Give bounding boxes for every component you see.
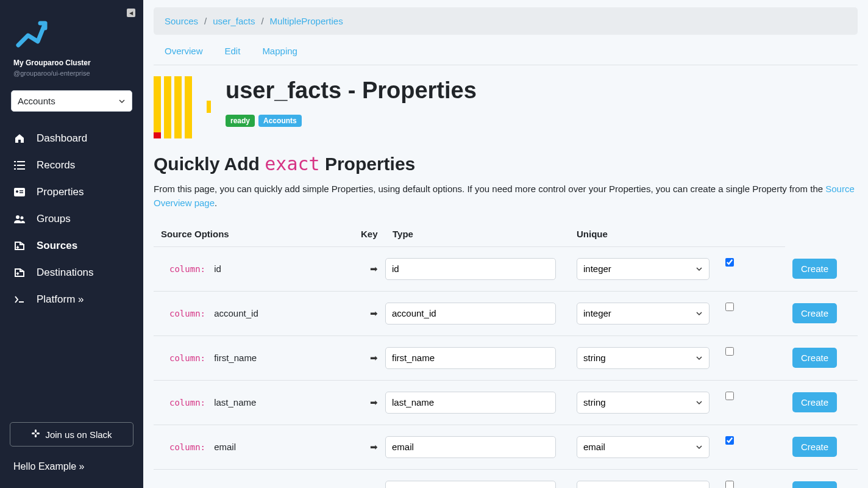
key-input[interactable] <box>385 258 556 280</box>
column-label: column: <box>161 353 205 363</box>
create-button[interactable]: Create <box>792 437 837 457</box>
user-greeting-link[interactable]: Hello Example » <box>0 456 143 488</box>
th-type: Type <box>385 221 569 247</box>
table-row: column: account_id➡integerCreate <box>154 291 858 336</box>
tab-overview[interactable]: Overview <box>165 46 203 56</box>
breadcrumb: Sources/user_facts/MultipleProperties <box>154 7 858 35</box>
arrow-right-icon: ➡ <box>370 397 378 407</box>
create-button[interactable]: Create <box>792 348 837 368</box>
column-name: first_name <box>214 353 257 363</box>
account-select[interactable]: Accounts <box>11 90 132 112</box>
column-label: column: <box>161 398 205 407</box>
table-row: column: first_name➡stringCreate <box>154 336 858 380</box>
sidebar-item-dashboard[interactable]: Dashboard <box>0 125 143 152</box>
unique-checkbox[interactable] <box>725 347 734 356</box>
table-row: column: email➡emailCreate <box>154 425 858 469</box>
unique-checkbox[interactable] <box>725 392 734 400</box>
type-select[interactable]: string <box>577 481 710 489</box>
table-row: column: id➡integerCreate <box>154 246 858 291</box>
svg-rect-9 <box>20 192 23 193</box>
column-name: email <box>214 442 236 452</box>
svg-rect-4 <box>14 168 16 170</box>
th-unique: Unique <box>569 221 718 247</box>
sidebar-item-records[interactable]: Records <box>0 152 143 179</box>
column-label: column: <box>161 309 205 318</box>
sidebar-item-sources[interactable]: Sources <box>0 232 143 259</box>
create-button[interactable]: Create <box>792 303 837 323</box>
arrow-right-icon: ➡ <box>370 308 378 318</box>
main-content: Sources/user_facts/MultipleProperties Ov… <box>143 0 868 488</box>
breadcrumb-link[interactable]: Sources <box>165 16 198 26</box>
divider <box>154 65 858 65</box>
properties-table: Source Options Key Type Unique column: i… <box>154 221 858 489</box>
cluster-name: My Grouparoo Cluster <box>13 59 130 67</box>
svg-rect-15 <box>35 429 37 432</box>
import-icon <box>13 240 26 251</box>
export-icon <box>13 267 26 278</box>
page-title: user_facts - Properties <box>226 77 477 104</box>
column-label: column: <box>161 264 205 274</box>
svg-rect-0 <box>14 161 16 162</box>
type-select[interactable]: email <box>577 436 710 458</box>
key-input[interactable] <box>385 392 556 414</box>
section-description: From this page, you can quickly add simp… <box>154 182 858 210</box>
unique-checkbox[interactable] <box>725 258 734 267</box>
sidebar-item-properties[interactable]: Properties <box>0 179 143 206</box>
key-input[interactable] <box>385 481 556 489</box>
svg-point-7 <box>16 190 18 193</box>
sidebar-item-label: Sources <box>37 240 77 252</box>
svg-rect-5 <box>17 168 25 170</box>
table-row: column: gender➡stringCreate <box>154 469 858 488</box>
unique-checkbox[interactable] <box>725 436 734 445</box>
sidebar-item-destinations[interactable]: Destinations <box>0 259 143 286</box>
sidebar-item-label: Groups <box>37 213 71 225</box>
status-badge: ready <box>226 115 255 127</box>
type-select[interactable]: integer <box>577 258 710 280</box>
sidebar-item-groups[interactable]: Groups <box>0 206 143 232</box>
arrow-right-icon: ➡ <box>370 264 378 274</box>
terminal-icon <box>13 294 26 305</box>
svg-rect-14 <box>37 432 40 434</box>
create-button[interactable]: Create <box>792 259 837 279</box>
create-button[interactable]: Create <box>792 392 837 412</box>
tab-mapping[interactable]: Mapping <box>262 46 297 56</box>
sidebar-nav: DashboardRecordsPropertiesGroupsSourcesD… <box>0 118 143 320</box>
create-button[interactable]: Create <box>792 481 837 488</box>
users-icon <box>13 214 26 224</box>
svg-rect-3 <box>17 165 25 166</box>
th-source-options: Source Options <box>154 221 361 247</box>
account-badge: Accounts <box>258 115 302 127</box>
svg-rect-16 <box>35 434 37 437</box>
svg-point-11 <box>21 217 24 220</box>
properties-table-body: column: id➡integerCreatecolumn: account_… <box>154 246 858 488</box>
key-input[interactable] <box>385 303 556 325</box>
cluster-subtitle: @grouparoo/ui-enterprise <box>13 70 130 77</box>
th-key: Key <box>361 221 385 247</box>
table-row: column: last_name➡stringCreate <box>154 380 858 425</box>
breadcrumb-link[interactable]: user_facts <box>213 16 255 26</box>
sidebar: My Grouparoo Cluster @grouparoo/ui-enter… <box>0 0 143 488</box>
column-name: id <box>214 264 221 274</box>
svg-rect-1 <box>17 161 25 162</box>
tab-edit[interactable]: Edit <box>225 46 241 56</box>
svg-point-10 <box>16 215 20 219</box>
sidebar-item-label: Dashboard <box>37 132 87 145</box>
type-select[interactable]: integer <box>577 303 710 325</box>
join-slack-button[interactable]: Join us on Slack <box>10 422 133 447</box>
unique-checkbox[interactable] <box>725 303 734 311</box>
sidebar-item-platform[interactable]: Platform » <box>0 286 143 313</box>
sidebar-item-label: Destinations <box>37 267 94 279</box>
type-select[interactable]: string <box>577 392 710 414</box>
key-input[interactable] <box>385 347 556 369</box>
unique-checkbox[interactable] <box>725 481 734 489</box>
slack-button-label: Join us on Slack <box>45 429 112 440</box>
section-title: Quickly Add exact Properties <box>154 153 858 174</box>
sidebar-collapse-button[interactable] <box>127 9 135 17</box>
id-card-icon <box>13 187 26 198</box>
breadcrumb-link[interactable]: MultipleProperties <box>270 16 343 26</box>
key-input[interactable] <box>385 436 556 458</box>
svg-rect-8 <box>20 190 23 192</box>
column-name: account_id <box>214 308 258 318</box>
type-select[interactable]: string <box>577 347 710 369</box>
sidebar-item-label: Records <box>37 159 75 171</box>
